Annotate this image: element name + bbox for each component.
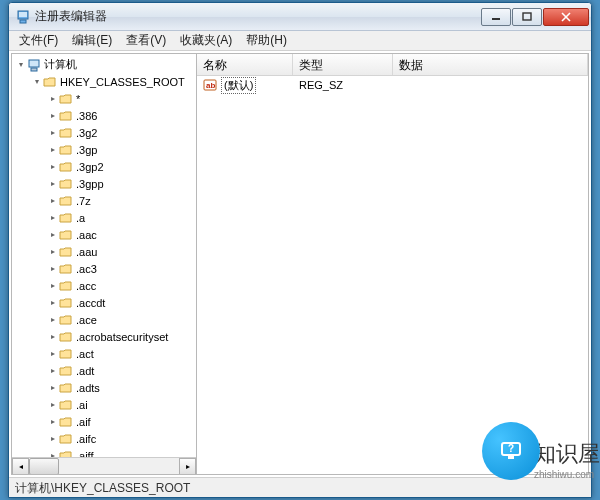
scroll-thumb[interactable] [29,458,59,475]
menubar: 文件(F) 编辑(E) 查看(V) 收藏夹(A) 帮助(H) [9,31,591,51]
expand-icon[interactable]: ▸ [48,417,58,427]
folder-icon [59,313,73,327]
expand-icon[interactable]: ▸ [48,247,58,257]
tree-item-4[interactable]: ▸.3gp2 [12,158,196,175]
tree-label: .adts [76,382,100,394]
tree-root[interactable]: ▾计算机 [12,56,196,73]
tree-item-3[interactable]: ▸.3gp [12,141,196,158]
expand-icon[interactable]: ▸ [48,230,58,240]
titlebar[interactable]: 注册表编辑器 [9,3,591,31]
expand-icon[interactable]: ▾ [32,77,42,87]
tree-label: .adt [76,365,94,377]
expand-icon[interactable]: ▸ [48,281,58,291]
scroll-track[interactable] [29,458,179,475]
col-type-header[interactable]: 类型 [293,54,393,75]
minimize-button[interactable] [481,8,511,26]
tree-item-9[interactable]: ▸.aau [12,243,196,260]
tree-item-14[interactable]: ▸.acrobatsecurityset [12,328,196,345]
tree-body[interactable]: ▾计算机▾HKEY_CLASSES_ROOT▸*▸.386▸.3g2▸.3gp▸… [12,54,196,457]
expand-icon[interactable]: ▸ [48,315,58,325]
tree-label: HKEY_CLASSES_ROOT [60,76,185,88]
tree-hkcr[interactable]: ▾HKEY_CLASSES_ROOT [12,73,196,90]
tree-label: .3gpp [76,178,104,190]
tree-item-12[interactable]: ▸.accdt [12,294,196,311]
expand-icon[interactable]: ▸ [48,434,58,444]
tree-item-19[interactable]: ▸.aif [12,413,196,430]
folder-icon [59,330,73,344]
expand-icon[interactable]: ▸ [48,128,58,138]
tree-item-20[interactable]: ▸.aifc [12,430,196,447]
tree-item-0[interactable]: ▸* [12,90,196,107]
col-name-header[interactable]: 名称 [197,54,293,75]
close-button[interactable] [543,8,589,26]
svg-text:ab: ab [206,81,215,90]
menu-view[interactable]: 查看(V) [120,30,172,51]
tree-item-13[interactable]: ▸.ace [12,311,196,328]
tree-item-18[interactable]: ▸.ai [12,396,196,413]
tree-item-2[interactable]: ▸.3g2 [12,124,196,141]
computer-icon [27,58,41,72]
expand-icon[interactable]: ▸ [48,383,58,393]
svg-rect-2 [20,20,26,23]
expand-icon[interactable]: ▸ [48,332,58,342]
expand-icon[interactable]: ▸ [48,264,58,274]
list-row[interactable]: ab (默认) REG_SZ [197,76,588,94]
tree-label: .acrobatsecurityset [76,331,168,343]
menu-help[interactable]: 帮助(H) [240,30,293,51]
expand-icon[interactable]: ▸ [48,213,58,223]
menu-favorites[interactable]: 收藏夹(A) [174,30,238,51]
tree-label: .aac [76,229,97,241]
tree-label: .aif [76,416,91,428]
tree-item-16[interactable]: ▸.adt [12,362,196,379]
expand-icon[interactable]: ▸ [48,196,58,206]
tree-item-15[interactable]: ▸.act [12,345,196,362]
status-path: 计算机\HKEY_CLASSES_ROOT [15,481,190,495]
tree-item-11[interactable]: ▸.acc [12,277,196,294]
tree-item-6[interactable]: ▸.7z [12,192,196,209]
expand-icon[interactable]: ▸ [48,298,58,308]
expand-icon[interactable]: ▸ [48,349,58,359]
menu-edit[interactable]: 编辑(E) [66,30,118,51]
maximize-button[interactable] [512,8,542,26]
list-header[interactable]: 名称 类型 数据 [197,54,588,76]
menu-file[interactable]: 文件(F) [13,30,64,51]
folder-icon [59,211,73,225]
tree-item-21[interactable]: ▸.aiff [12,447,196,457]
list-body[interactable]: ab (默认) REG_SZ [197,76,588,474]
tree-item-17[interactable]: ▸.adts [12,379,196,396]
folder-icon [59,415,73,429]
expand-icon[interactable]: ▸ [48,162,58,172]
svg-rect-7 [29,60,39,67]
string-value-icon: ab [203,78,217,92]
tree-item-10[interactable]: ▸.ac3 [12,260,196,277]
tree-label: .act [76,348,94,360]
scroll-left-button[interactable]: ◂ [12,458,29,475]
expand-icon[interactable]: ▸ [48,145,58,155]
svg-rect-4 [523,13,531,20]
tree-label: .ai [76,399,88,411]
expand-icon[interactable]: ▸ [48,400,58,410]
expand-icon[interactable]: ▸ [48,366,58,376]
scroll-right-button[interactable]: ▸ [179,458,196,475]
value-name: (默认) [221,77,256,94]
app-icon [15,9,31,25]
tree-label: 计算机 [44,57,77,72]
tree-pane: ▾计算机▾HKEY_CLASSES_ROOT▸*▸.386▸.3g2▸.3gp▸… [12,54,197,474]
col-data-header[interactable]: 数据 [393,54,588,75]
tree-label: .ace [76,314,97,326]
folder-icon [59,109,73,123]
expand-icon[interactable]: ▸ [48,179,58,189]
tree-label: .3g2 [76,127,97,139]
tree-item-7[interactable]: ▸.a [12,209,196,226]
folder-icon [59,296,73,310]
tree-item-5[interactable]: ▸.3gpp [12,175,196,192]
tree-item-8[interactable]: ▸.aac [12,226,196,243]
expand-icon[interactable]: ▸ [48,111,58,121]
folder-icon [59,364,73,378]
tree-hscrollbar[interactable]: ◂ ▸ [12,457,196,474]
expand-icon[interactable]: ▾ [16,60,26,70]
folder-icon [59,228,73,242]
expand-icon[interactable]: ▸ [48,94,58,104]
tree-item-1[interactable]: ▸.386 [12,107,196,124]
content-split: ▾计算机▾HKEY_CLASSES_ROOT▸*▸.386▸.3g2▸.3gp▸… [11,53,589,475]
